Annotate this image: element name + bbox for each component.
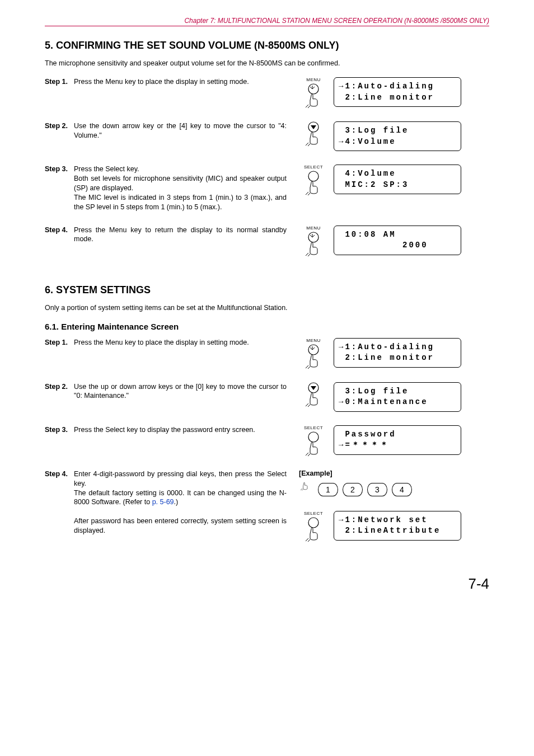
step-label: Step 4. <box>45 469 74 479</box>
step-body: Press the Select key to display the pass… <box>74 425 287 435</box>
step-body: Press the Menu key to place the display … <box>74 77 287 87</box>
lcd-display: →1:Auto-dialing 2:Line monitor <box>334 77 461 107</box>
section6-title: 6. SYSTEM SETTINGS <box>45 284 489 296</box>
svg-line-16 <box>306 403 308 406</box>
svg-line-8 <box>308 193 310 195</box>
step-body: Press the Select key. Both set levels fo… <box>74 165 287 212</box>
step-body: Enter 4-digit-password by pressing dial … <box>74 469 287 536</box>
page-link[interactable]: p. 5-69 <box>152 498 174 506</box>
svg-line-7 <box>306 192 308 195</box>
s6-step3: Step 3.Press the Select key to display t… <box>45 425 489 456</box>
section5-intro: The microphone sensitivity and speaker o… <box>45 59 489 67</box>
svg-line-11 <box>308 254 310 256</box>
s6-step2: Step 2.Use the up or down arrow keys or … <box>45 382 489 412</box>
page-number: 7-4 <box>45 575 489 593</box>
svg-line-5 <box>308 144 310 146</box>
dial-press-icon <box>299 480 311 494</box>
s5-step3: Step 3.Press the Select key. Both set le… <box>45 165 489 212</box>
key-label: MENU <box>297 226 330 231</box>
svg-point-18 <box>308 432 318 442</box>
example-label: [Example] <box>299 469 461 477</box>
step-label: Step 1. <box>45 77 74 87</box>
lcd-display: →1:Auto-dialing 2:Line monitor <box>334 338 461 368</box>
step-body: Press the Menu key to return the display… <box>74 226 287 245</box>
step-label: Step 3. <box>45 165 74 174</box>
step-label: Step 2. <box>45 121 74 131</box>
svg-line-2 <box>308 106 310 108</box>
chapter-header: Chapter 7: MULTIFUNCTIONAL STATION MENU … <box>45 17 489 26</box>
lcd-display: Password →=＊＊＊＊ <box>334 425 461 455</box>
step-label: Step 3. <box>45 425 74 435</box>
section6-1-title: 6.1. Entering Maintenance Screen <box>45 322 489 331</box>
key-label: SELECT <box>297 165 330 170</box>
svg-line-10 <box>306 253 308 256</box>
svg-line-24 <box>306 538 308 541</box>
step-body: Press the Menu key to place the display … <box>74 338 287 348</box>
lcd-display: →1:Network set 2:LineAttribute <box>334 511 461 541</box>
svg-point-23 <box>308 518 318 528</box>
svg-point-0 <box>308 84 318 94</box>
svg-line-19 <box>306 453 308 456</box>
key-label: MENU <box>297 338 330 343</box>
menu-press-icon <box>297 232 330 256</box>
svg-point-9 <box>308 232 318 242</box>
select-press-icon <box>297 517 330 542</box>
svg-point-6 <box>308 171 318 181</box>
key-label: SELECT <box>297 511 330 516</box>
section6-intro: Only a portion of system setting items c… <box>45 304 489 312</box>
svg-line-25 <box>308 539 310 542</box>
section5-title: 5. CONFIRMING THE SET SOUND VOLUME (N-85… <box>45 40 489 51</box>
s5-step2: Step 2.Use the down arrow key or the [4]… <box>45 121 489 151</box>
s5-step1: Step 1.Press the Menu key to place the d… <box>45 77 489 108</box>
svg-line-13 <box>306 365 308 368</box>
svg-line-1 <box>306 105 308 107</box>
menu-press-icon <box>297 344 330 369</box>
step-label: Step 2. <box>45 382 74 392</box>
s6-step4: Step 4.Enter 4-digit-password by pressin… <box>45 469 489 542</box>
down-arrow-press-icon <box>297 121 330 146</box>
step-body: Use the up or down arrow keys or the [0]… <box>74 382 287 401</box>
step-label: Step 4. <box>45 226 74 235</box>
lcd-display: 4:Volume MIC:2 SP:3 <box>334 165 461 194</box>
lcd-display: 10:08 AM 2000 <box>334 226 461 255</box>
step-label: Step 1. <box>45 338 74 348</box>
select-press-icon <box>297 431 330 456</box>
svg-line-21 <box>301 489 302 490</box>
s6-step1: Step 1.Press the Menu key to place the d… <box>45 338 489 369</box>
lcd-display: 3:Log file →4:Volume <box>334 121 461 151</box>
key-label: SELECT <box>297 425 330 430</box>
dial-key-2: 2 <box>343 483 363 496</box>
key-label: MENU <box>297 77 330 82</box>
menu-press-icon <box>297 83 330 108</box>
svg-point-12 <box>308 345 318 355</box>
dial-key-3: 3 <box>367 483 387 496</box>
svg-line-20 <box>308 454 310 456</box>
s5-step4: Step 4.Press the Menu key to return the … <box>45 226 489 256</box>
svg-line-17 <box>308 405 310 407</box>
lcd-display: 3:Log file →0:Maintenance <box>334 382 461 412</box>
dial-key-1: 1 <box>318 483 338 496</box>
select-press-icon <box>297 171 330 195</box>
down-arrow-press-icon <box>297 382 330 407</box>
step-body: Use the down arrow key or the [4] key to… <box>74 121 287 140</box>
svg-line-14 <box>308 367 310 369</box>
svg-line-22 <box>302 489 303 490</box>
svg-line-4 <box>306 143 308 145</box>
dial-key-4: 4 <box>392 483 412 496</box>
